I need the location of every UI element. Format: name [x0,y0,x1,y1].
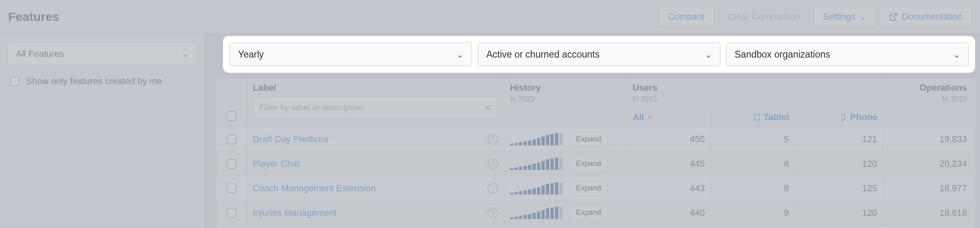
sidebar: All Features Show only features created … [0,34,206,228]
row-checkbox[interactable] [227,183,236,193]
users-phone-tab[interactable]: Phone [795,108,883,127]
documentation-button[interactable]: Documentation [880,7,972,27]
accounts-value: Active or churned accounts [486,49,599,60]
clear-filter-icon[interactable] [483,103,492,112]
table-row: Draft Day Predictor?Expand450512119,833 [216,127,975,152]
expand-button[interactable]: Expand [569,181,608,196]
page-title: Features [8,10,59,24]
help-icon[interactable]: ? [488,183,498,194]
history-sub: In 2023 [510,95,621,103]
table-row: Player Chat?Expand445812020,234 [216,152,975,176]
chevron-down-icon [953,51,960,58]
expand-button[interactable]: Expand [569,156,608,171]
cell-all: 445 [690,159,705,169]
ops-title: Operations [889,83,967,93]
sparkline [510,207,563,219]
documentation-label: Documentation [902,11,962,22]
help-icon[interactable]: ? [488,159,498,169]
cell-phone: 120 [862,159,877,169]
row-checkbox[interactable] [227,208,236,218]
filter-bar: Yearly Active or churned accounts Sandbo… [223,36,975,73]
cell-tablet: 8 [784,159,789,169]
filter-placeholder: Filter by label or description [259,103,364,112]
expand-button[interactable]: Expand [569,206,608,220]
phone-label: Phone [801,112,878,123]
expand-button[interactable]: Expand [569,132,608,147]
all-label: All [633,112,705,123]
cell-phone: 120 [862,208,877,218]
table-head: Label Filter by label or description His… [216,78,975,127]
show-mine-row: Show only features created by me [7,76,197,87]
ops-header: Operations In 2023 [883,78,973,127]
all-features-label: All Features [16,49,64,59]
cell-ops: 18,618 [940,208,967,218]
external-link-icon [889,12,898,21]
users-all-tab[interactable]: All [627,108,711,127]
feature-table: Label Filter by label or description His… [216,78,975,228]
ops-sub: In 2023 [889,95,967,103]
cell-all: 443 [690,183,705,194]
row-checkbox[interactable] [227,134,236,144]
row-checkbox[interactable] [227,159,236,169]
history-title: History [510,83,621,93]
settings-button[interactable]: Settings [814,7,876,27]
settings-label: Settings [823,11,856,22]
users-sub: In 2023 [633,95,877,103]
tablet-label: Tablet [717,112,789,123]
history-header: History In 2023 [504,78,626,127]
select-all-checkbox[interactable] [227,111,236,121]
table-row: Injuries Management?Expand440912018,618 [216,201,975,225]
users-tablet-tab[interactable]: Tablet [711,108,795,127]
help-icon[interactable]: ? [488,208,498,218]
compare-button[interactable]: Compare [659,7,714,27]
cell-tablet: 9 [784,208,789,218]
cell-ops: 19,833 [940,134,967,145]
feature-name-link[interactable]: Injuries Management [253,208,336,218]
cell-all: 440 [690,208,705,218]
svg-marker-2 [648,116,651,118]
chevron-down-icon [860,13,866,20]
cell-ops: 18,977 [940,183,967,194]
header-actions: Compare Clear Comparison Settings Docume… [659,7,972,27]
sparkline [510,158,563,170]
label-header: Label Filter by label or description [247,78,504,127]
header: Features Compare Clear Comparison Settin… [0,0,980,34]
cell-phone: 121 [862,134,877,145]
show-mine-checkbox[interactable] [10,76,20,86]
cell-phone: 125 [862,183,877,194]
all-features-select[interactable]: All Features [7,42,197,65]
accounts-select[interactable]: Active or churned accounts [478,42,720,66]
feature-name-link[interactable]: Player Chat [253,159,300,169]
cell-ops: 20,234 [940,159,967,169]
cell-tablet: 8 [784,183,789,194]
help-icon[interactable]: ? [488,134,498,145]
chevron-down-icon [705,51,712,58]
select-all-cell [216,78,247,127]
clear-comparison-button: Clear Comparison [718,7,809,27]
cell-all: 450 [690,134,705,145]
period-value: Yearly [238,49,264,60]
period-select[interactable]: Yearly [229,42,472,66]
orgs-select[interactable]: Sandbox organizations [726,42,969,66]
users-title: Users [633,83,877,93]
sparkline [510,133,563,145]
orgs-value: Sandbox organizations [735,49,830,60]
sparkline [510,182,563,194]
chevron-down-icon [457,51,463,58]
table-body: Draft Day Predictor?Expand450512119,833P… [216,127,975,225]
cell-tablet: 5 [784,134,789,145]
chevron-down-icon [182,51,189,57]
table-row: Coach Management Extension?Expand4438125… [216,176,975,201]
feature-name-link[interactable]: Coach Management Extension [253,183,376,194]
svg-point-6 [843,119,844,120]
label-title: Label [253,83,498,93]
show-mine-label: Show only features created by me [26,76,162,87]
label-filter-input[interactable]: Filter by label or description [253,96,498,118]
users-header-group: Users In 2023 All Tablet [626,78,883,127]
feature-name-link[interactable]: Draft Day Predictor [253,134,329,145]
